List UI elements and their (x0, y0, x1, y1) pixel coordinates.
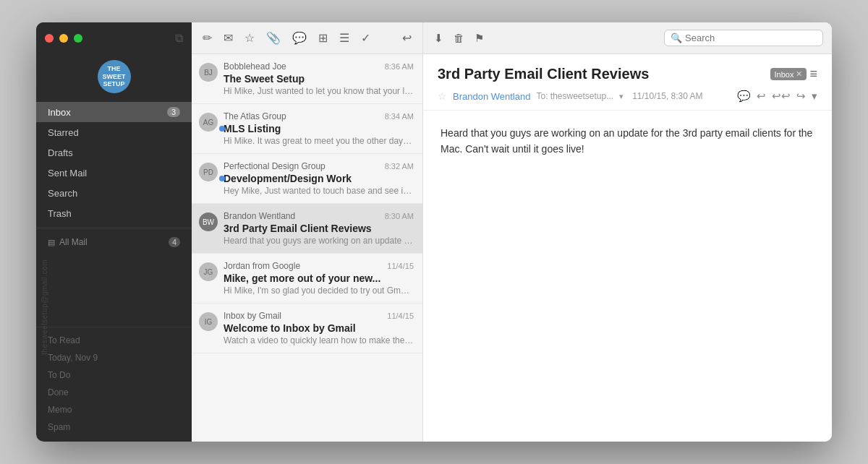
attach-icon[interactable]: 📎 (264, 30, 283, 46)
app-window: ⧉ THESWEETSETUP Inbox 3 Starred Drafts S… (36, 22, 832, 442)
sidebar-item-spam[interactable]: Spam (36, 418, 192, 436)
sent-label: Sent Mail (48, 168, 87, 179)
sidebar-item-memo[interactable]: Memo (36, 401, 192, 418)
email-subject-3: Development/Design Work (224, 173, 414, 184)
email-time-1: 8:36 AM (385, 62, 414, 71)
email-detail-header: 3rd Party Email Client Reviews Inbox ✕ ≡… (423, 54, 832, 111)
sidebar-nav: Inbox 3 Starred Drafts Sent Mail Search … (36, 96, 192, 327)
check-icon[interactable]: ✓ (359, 30, 373, 46)
email-preview-6: Watch a video to quickly learn how to ma… (224, 335, 414, 345)
email-preview-5: Hi Mike, I'm so glad you decided to try … (224, 285, 414, 296)
grid-icon[interactable]: ⊞ (316, 30, 330, 46)
maximize-button[interactable] (74, 34, 82, 43)
email-sender-5: Jordan from Google (224, 261, 300, 271)
avatar-4: BW (199, 212, 218, 231)
more-options-icon[interactable]: ≡ (809, 66, 817, 82)
email-subject-5: Mike, get more out of your new... (224, 272, 414, 284)
email-preview-2: Hi Mike. It was great to meet you the ot… (224, 136, 414, 146)
titlebar: ⧉ (36, 22, 192, 54)
star-icon[interactable]: ☆ (438, 90, 447, 102)
mail-icon: ✉ (221, 30, 235, 46)
email-item-2[interactable]: AG The Atlas Group 8:34 AM MLS Listing H… (192, 104, 422, 154)
inbox-tag-close[interactable]: ✕ (796, 69, 802, 79)
sidebar-item-all-mail[interactable]: ▤ All Mail 4 (36, 233, 192, 252)
email-list: BJ Bobblehead Joe 8:36 AM The Sweet Setu… (192, 54, 422, 442)
email-header-2: The Atlas Group 8:34 AM (224, 111, 414, 121)
compose-button[interactable]: ✏ (200, 30, 214, 46)
sidebar-item-search[interactable]: Search (36, 183, 192, 203)
email-subject-4: 3rd Party Email Client Reviews (224, 223, 414, 234)
email-sender-4: Brandon Wentland (224, 211, 295, 221)
search-input[interactable] (685, 33, 817, 43)
archive-icon[interactable]: ⬇ (432, 30, 446, 46)
comment-icon[interactable]: 💬 (737, 90, 751, 103)
chat-icon[interactable]: 💬 (290, 30, 309, 46)
sidebar-item-sent[interactable]: Sent Mail (36, 163, 192, 183)
email-header-1: Bobblehead Joe 8:36 AM (224, 61, 414, 72)
star-toolbar-icon[interactable]: ☆ (242, 30, 257, 46)
reply-all-icon[interactable]: ↩↩ (772, 90, 791, 103)
flag-icon[interactable]: ⚑ (472, 30, 486, 46)
email-subject-6: Welcome to Inbox by Gmail (224, 322, 414, 334)
to-text: To: thesweetsetup... (536, 91, 613, 101)
sidebar-item-starred[interactable]: Starred (36, 122, 192, 142)
email-item-1[interactable]: BJ Bobblehead Joe 8:36 AM The Sweet Setu… (192, 54, 422, 104)
email-detail-subject: 3rd Party Email Client Reviews (438, 66, 649, 82)
email-date: 11/10/15, 8:30 AM (632, 91, 702, 101)
email-item-4[interactable]: BW Brandon Wentland 8:30 AM 3rd Party Em… (192, 204, 422, 254)
inbox-badge: 3 (167, 107, 180, 117)
email-item-6[interactable]: IG Inbox by Gmail 11/4/15 Welcome to Inb… (192, 304, 422, 353)
search-label: Search (48, 188, 77, 199)
logo-text: THESWEETSETUP (102, 65, 125, 88)
inbox-label: Inbox (48, 107, 71, 118)
back-icon[interactable]: ↩ (400, 30, 414, 46)
sidebar-item-to-do[interactable]: To Do (36, 366, 192, 384)
email-time-6: 11/4/15 (387, 312, 414, 320)
avatar-1: BJ (199, 63, 218, 82)
sidebar-item-today[interactable]: Today, Nov 9 (36, 349, 192, 366)
expand-icon[interactable]: ▾ (812, 90, 817, 103)
all-mail-icon: ▤ (48, 238, 55, 247)
list-icon[interactable]: ☰ (337, 30, 352, 46)
sidebar-item-drafts[interactable]: Drafts (36, 142, 192, 163)
sidebar-item-done[interactable]: Done (36, 384, 192, 401)
inbox-tag: Inbox ✕ (770, 68, 807, 80)
avatar-6: IG (199, 312, 218, 331)
email-header-6: Inbox by Gmail 11/4/15 (224, 311, 414, 321)
avatar-2: AG (199, 113, 218, 132)
email-preview-3: Hey Mike, Just wanted to touch base and … (224, 186, 414, 196)
inbox-badge-area: Inbox ✕ ≡ (770, 66, 817, 82)
search-icon: 🔍 (671, 33, 682, 43)
drafts-label: Drafts (48, 147, 73, 158)
email-list-panel: ✏ ✉ ☆ 📎 💬 ⊞ ☰ ✓ ↩ BJ Bobblehead Joe 8:36… (192, 22, 423, 442)
forward-icon[interactable]: ↪ (796, 90, 806, 103)
reply-icon[interactable]: ↩ (757, 90, 766, 103)
app-logo: THESWEETSETUP (98, 60, 131, 93)
email-item-5[interactable]: JG Jordan from Google 11/4/15 Mike, get … (192, 254, 422, 304)
sidebar-item-trash[interactable]: Trash (36, 203, 192, 223)
delete-icon[interactable]: 🗑 (451, 30, 467, 46)
email-header-5: Jordan from Google 11/4/15 (224, 261, 414, 271)
email-sender-3: Perfectional Design Group (224, 161, 326, 171)
email-sender-6: Inbox by Gmail (224, 311, 281, 321)
middle-toolbar: ✏ ✉ ☆ 📎 💬 ⊞ ☰ ✓ ↩ (192, 22, 422, 54)
sidebar-item-to-read[interactable]: To Read (36, 332, 192, 349)
sidebar-bottom: To Read Today, Nov 9 To Do Done Memo Spa… (36, 327, 192, 442)
email-subject-2: MLS Listing (224, 123, 414, 134)
email-header-3: Perfectional Design Group 8:32 AM (224, 161, 414, 171)
search-box[interactable]: 🔍 (664, 30, 823, 46)
email-header-4: Brandon Wentland 8:30 AM (224, 211, 414, 221)
all-mail-badge: 4 (169, 237, 180, 247)
email-subject-1: The Sweet Setup (224, 73, 414, 85)
close-button[interactable] (45, 34, 54, 43)
unread-dot-2 (219, 126, 225, 132)
minimize-button[interactable] (59, 34, 68, 43)
sender-name[interactable]: Brandon Wentland (453, 91, 530, 102)
email-item-3[interactable]: PD Perfectional Design Group 8:32 AM Dev… (192, 154, 422, 204)
email-detail-title-row: 3rd Party Email Client Reviews Inbox ✕ ≡ (438, 66, 817, 82)
sidebar-item-inbox[interactable]: Inbox 3 (36, 102, 192, 122)
chevron-down-icon[interactable]: ▾ (619, 92, 624, 101)
avatar-5: JG (199, 262, 218, 281)
compose-icon: ⧉ (175, 32, 183, 45)
email-sender-2: The Atlas Group (224, 111, 286, 121)
